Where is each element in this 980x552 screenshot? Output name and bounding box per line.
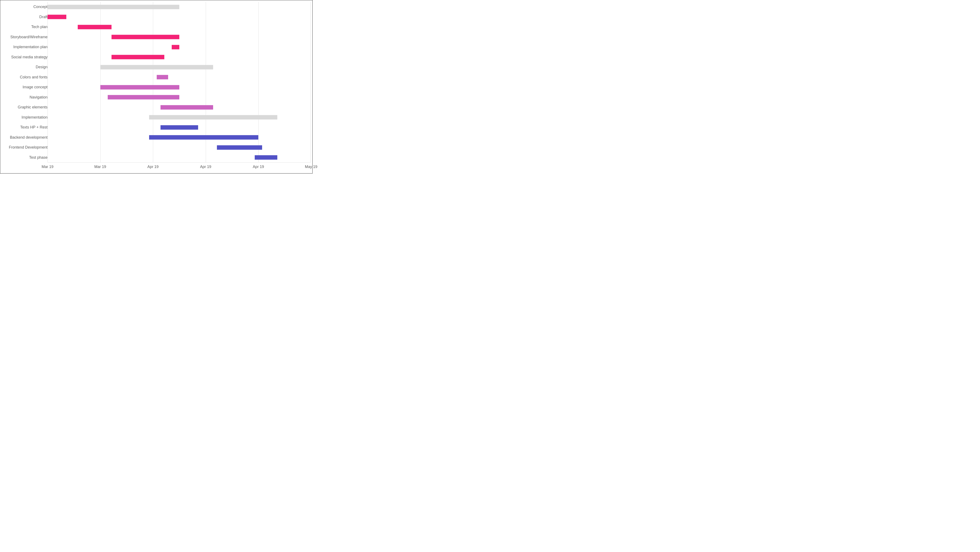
- gantt-bar: [161, 125, 198, 129]
- plot-area: [48, 2, 311, 163]
- task-row: [48, 153, 310, 163]
- gantt-bar: [111, 35, 179, 39]
- task-label: Navigation: [30, 95, 48, 99]
- chart-frame: ConceptDraftTech planStoryboard/Wirefram…: [0, 0, 313, 174]
- task-label: Texts HP + Rest: [20, 125, 48, 129]
- task-label: Graphic elements: [18, 105, 48, 109]
- x-tick-label: Apr 19: [148, 162, 159, 172]
- task-label: Draft: [39, 15, 48, 19]
- x-tick-label: Mar 19: [41, 162, 53, 172]
- gantt-bar: [255, 155, 277, 160]
- task-row: [48, 12, 310, 22]
- task-row: [48, 93, 310, 102]
- gantt-bar: [111, 55, 164, 59]
- task-label-row: Colors and fonts: [2, 72, 48, 83]
- task-label: Frontend Development: [9, 145, 48, 149]
- task-label-row: Social media strategy: [2, 52, 48, 62]
- task-row: [48, 82, 310, 93]
- task-label-row: Concept: [2, 2, 48, 12]
- gantt-bar: [172, 45, 179, 49]
- task-label: Image concept: [22, 85, 48, 89]
- task-row: [48, 132, 310, 143]
- gantt-bar: [149, 115, 277, 120]
- task-label-row: Implementation: [2, 112, 48, 123]
- task-label-row: Backend development: [2, 132, 48, 143]
- task-row: [48, 62, 310, 72]
- x-tick-label: Apr 19: [200, 162, 211, 172]
- task-label-row: Draft: [2, 12, 48, 22]
- task-label: Design: [36, 65, 48, 69]
- task-label-row: Storyboard/Wireframe: [2, 32, 48, 42]
- gantt-bar: [108, 95, 179, 99]
- gantt-bar: [217, 145, 262, 150]
- gantt-bar: [48, 5, 179, 9]
- task-row: [48, 72, 310, 83]
- gantt-bar: [161, 105, 213, 110]
- gantt-bar: [149, 135, 258, 140]
- task-label-row: Design: [2, 62, 48, 72]
- x-axis: Mar 19Mar 19Apr 19Apr 19Apr 19May 19: [48, 162, 311, 172]
- task-label-row: Texts HP + Rest: [2, 122, 48, 132]
- task-label: Colors and fonts: [20, 75, 48, 79]
- gantt-bar: [157, 75, 168, 80]
- task-label: Implementation plan: [13, 45, 48, 49]
- x-tick-label: May 19: [305, 162, 317, 172]
- gantt-bar: [48, 15, 66, 19]
- task-label: Storyboard/Wireframe: [10, 35, 48, 39]
- task-label: Backend development: [10, 135, 48, 139]
- task-label-row: Navigation: [2, 93, 48, 102]
- task-label: Social media strategy: [11, 55, 48, 59]
- task-label-row: Image concept: [2, 82, 48, 93]
- task-row: [48, 112, 310, 123]
- x-tick-label: Mar 19: [94, 162, 106, 172]
- task-label: Concept: [33, 5, 48, 9]
- gantt-bar: [78, 25, 111, 29]
- task-row: [48, 122, 310, 132]
- task-label: Test phase: [29, 155, 48, 160]
- task-label: Tech plan: [31, 25, 48, 29]
- task-label-row: Frontend Development: [2, 142, 48, 153]
- task-label: Implementation: [22, 115, 48, 120]
- task-label-row: Graphic elements: [2, 102, 48, 112]
- gantt-chart: ConceptDraftTech planStoryboard/Wirefram…: [2, 2, 311, 172]
- task-row: [48, 52, 310, 62]
- task-label-row: Test phase: [2, 153, 48, 163]
- task-row: [48, 22, 310, 32]
- task-labels-column: ConceptDraftTech planStoryboard/Wirefram…: [2, 2, 48, 163]
- task-row: [48, 2, 310, 12]
- task-label-row: Implementation plan: [2, 42, 48, 52]
- x-tick-label: Apr 19: [253, 162, 264, 172]
- gantt-bar: [100, 85, 179, 89]
- task-row: [48, 42, 310, 52]
- task-row: [48, 142, 310, 153]
- task-label-row: Tech plan: [2, 22, 48, 32]
- task-row: [48, 102, 310, 112]
- gantt-bar: [100, 65, 213, 69]
- task-row: [48, 32, 310, 42]
